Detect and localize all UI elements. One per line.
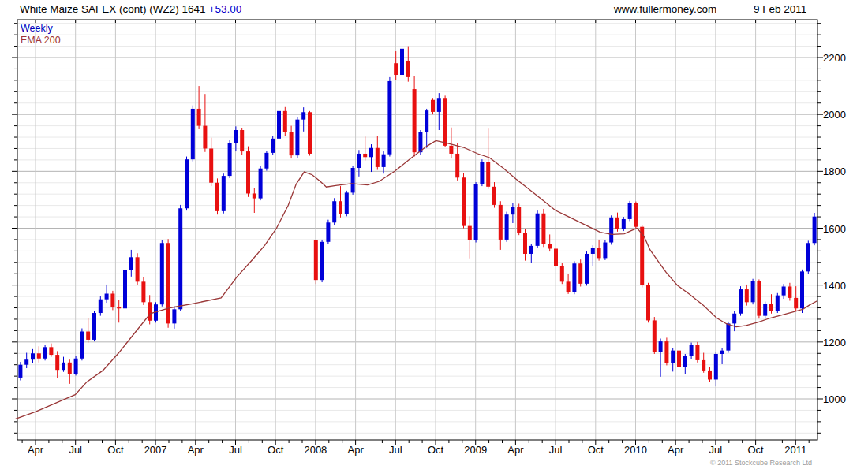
candle bbox=[492, 182, 496, 207]
x-axis-label: Jul bbox=[69, 444, 82, 456]
candle bbox=[794, 286, 798, 311]
candle bbox=[246, 147, 250, 197]
x-axis-label: Oct bbox=[268, 444, 283, 456]
candle bbox=[413, 76, 417, 156]
candle bbox=[720, 348, 724, 364]
candle bbox=[283, 107, 287, 136]
candle bbox=[529, 244, 533, 263]
candle bbox=[105, 285, 109, 303]
candle bbox=[690, 343, 694, 359]
candle bbox=[714, 352, 718, 386]
x-axis-label: Jul bbox=[549, 444, 563, 456]
y-axis-label: 1200 bbox=[823, 337, 846, 348]
candle bbox=[197, 86, 201, 129]
candle bbox=[585, 251, 589, 285]
candle bbox=[166, 239, 170, 328]
candle bbox=[726, 322, 730, 353]
candle bbox=[541, 209, 545, 247]
candle bbox=[31, 349, 35, 363]
legend-ema-200: EMA 200 bbox=[21, 35, 61, 46]
candle bbox=[653, 317, 657, 354]
candle bbox=[320, 240, 324, 282]
x-axis-label: Oct bbox=[107, 444, 123, 456]
chart-page: { "header": { "title": "White Maize SAFE… bbox=[0, 0, 868, 473]
candle bbox=[24, 353, 28, 368]
candle bbox=[536, 210, 540, 248]
candle bbox=[332, 198, 336, 225]
candle bbox=[615, 213, 619, 232]
candle bbox=[646, 283, 650, 323]
y-axis-label: 1600 bbox=[823, 223, 846, 235]
candle bbox=[462, 173, 466, 228]
candle bbox=[597, 240, 601, 261]
candle bbox=[290, 126, 294, 158]
candle bbox=[578, 259, 582, 286]
x-axis-label: Apr bbox=[347, 444, 363, 456]
x-axis-label: Jul bbox=[709, 444, 723, 456]
candle bbox=[222, 173, 226, 214]
x-axis-label: 2009 bbox=[464, 444, 487, 456]
candle bbox=[628, 201, 632, 222]
candle bbox=[431, 98, 435, 114]
candle bbox=[622, 217, 626, 231]
candle bbox=[776, 293, 780, 313]
candle bbox=[86, 318, 90, 342]
candle bbox=[443, 95, 447, 147]
candle bbox=[326, 220, 330, 244]
x-axis-label: 2007 bbox=[144, 444, 167, 456]
candle bbox=[99, 296, 103, 315]
candle bbox=[191, 106, 195, 162]
candle bbox=[308, 111, 312, 156]
candle bbox=[425, 109, 428, 148]
candle bbox=[468, 216, 472, 258]
candle bbox=[240, 128, 244, 155]
candle bbox=[295, 117, 299, 158]
candle bbox=[763, 302, 767, 318]
candle bbox=[560, 263, 564, 285]
candle bbox=[609, 215, 613, 244]
candle bbox=[523, 229, 527, 260]
candle bbox=[301, 107, 305, 132]
candle bbox=[474, 182, 478, 242]
y-axis-label: 2200 bbox=[823, 52, 846, 64]
candle bbox=[271, 136, 275, 155]
candle bbox=[387, 77, 391, 157]
candle bbox=[160, 240, 164, 307]
candle bbox=[259, 166, 263, 200]
candle bbox=[185, 157, 189, 211]
x-axis-label: Apr bbox=[668, 444, 683, 456]
candle bbox=[739, 286, 743, 316]
candle bbox=[277, 105, 281, 140]
candlestick-series bbox=[18, 38, 816, 386]
candle bbox=[264, 151, 268, 170]
candle bbox=[110, 291, 114, 311]
candle bbox=[757, 279, 761, 318]
candle bbox=[314, 240, 318, 284]
candle bbox=[572, 261, 576, 294]
x-axis-label: Apr bbox=[188, 444, 204, 456]
candle bbox=[702, 353, 705, 373]
candle bbox=[74, 356, 78, 376]
x-axis-label: Oct bbox=[588, 444, 604, 456]
candle bbox=[369, 144, 373, 172]
candle bbox=[806, 240, 810, 274]
candle bbox=[80, 329, 84, 361]
candle bbox=[37, 346, 41, 363]
candle bbox=[215, 178, 219, 214]
candle bbox=[178, 205, 182, 311]
candle bbox=[603, 240, 607, 260]
candle bbox=[129, 250, 133, 277]
candle bbox=[800, 270, 804, 313]
instrument-name: White Maize SAFEX (cont) (WZ2) bbox=[20, 3, 179, 15]
copyright-notice: © 2011 Stockcube Research Ltd bbox=[710, 459, 812, 467]
x-axis-label: 2008 bbox=[304, 444, 327, 456]
candle bbox=[351, 166, 355, 195]
candle bbox=[228, 140, 232, 178]
candle bbox=[695, 342, 699, 363]
candle bbox=[505, 212, 509, 242]
candle bbox=[43, 345, 47, 360]
candle bbox=[769, 294, 773, 314]
candle bbox=[554, 246, 558, 268]
legend-timeframe: Weekly bbox=[21, 23, 53, 34]
candle bbox=[732, 311, 736, 331]
